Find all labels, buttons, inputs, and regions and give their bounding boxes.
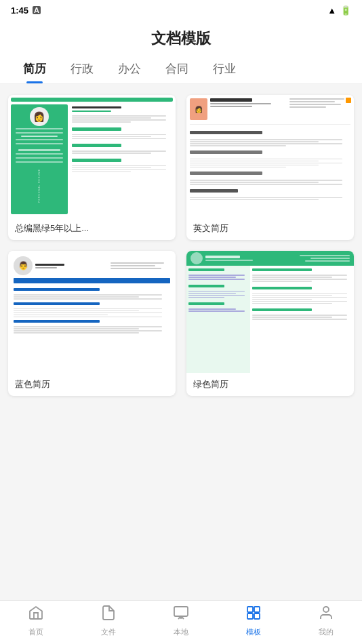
tab-contract[interactable]: 合同 — [153, 54, 201, 83]
nav-home[interactable]: 首页 — [0, 605, 73, 640]
nav-local-label: 本地 — [174, 627, 188, 637]
nav-files-label: 文件 — [101, 627, 116, 637]
template-card-4[interactable]: 绿色简历 — [186, 251, 354, 396]
nav-mine-label: 我的 — [319, 627, 334, 637]
nav-home-label: 首页 — [28, 627, 43, 637]
svg-rect-2 — [247, 607, 253, 612]
nav-template-label: 模板 — [246, 627, 261, 637]
tab-industry[interactable]: 行业 — [201, 54, 248, 83]
nav-files[interactable]: 文件 — [73, 605, 145, 640]
template-preview-3: 👨 — [8, 251, 176, 373]
android-icon: A — [33, 6, 41, 14]
template-grid: 👩 PERSONAL RESUME — [8, 95, 354, 396]
mine-icon — [318, 605, 334, 625]
template-card-1[interactable]: 👩 PERSONAL RESUME — [8, 95, 176, 240]
battery-icon: 🔋 — [340, 5, 351, 16]
files-icon — [100, 605, 117, 625]
template-icon — [245, 605, 262, 625]
svg-rect-4 — [247, 613, 253, 619]
template-label-4: 绿色简历 — [186, 373, 354, 396]
svg-rect-5 — [254, 613, 260, 619]
tab-admin[interactable]: 行政 — [58, 54, 106, 83]
wifi-icon: ▲ — [327, 5, 336, 16]
template-card-2[interactable]: 👩 — [186, 95, 354, 240]
template-preview-4 — [186, 251, 354, 373]
template-preview-2: 👩 — [186, 95, 354, 217]
category-tabs: 简历 行政 办公 合同 行业 — [0, 54, 362, 84]
status-bar: 1:45 A ▲ 🔋 — [0, 0, 362, 20]
page-header: 文档模版 — [0, 20, 362, 54]
page-title: 文档模版 — [0, 28, 362, 49]
nav-local[interactable]: 本地 — [145, 605, 218, 640]
tab-office[interactable]: 办公 — [106, 54, 153, 83]
template-label-1: 总编黑绿5年以上... — [8, 217, 176, 240]
svg-rect-0 — [174, 607, 188, 616]
status-time: 1:45 A — [11, 5, 41, 16]
nav-template[interactable]: 模板 — [217, 605, 289, 640]
template-content: 👩 PERSONAL RESUME — [0, 84, 362, 593]
svg-point-6 — [323, 607, 329, 612]
template-label-2: 英文简历 — [186, 217, 354, 240]
svg-rect-3 — [254, 607, 260, 612]
tab-resume[interactable]: 简历 — [11, 54, 58, 83]
status-icons: ▲ 🔋 — [327, 5, 351, 16]
template-preview-1: 👩 PERSONAL RESUME — [8, 95, 176, 217]
bottom-navigation: 首页 文件 本地 模板 — [0, 600, 362, 644]
home-icon — [28, 605, 44, 625]
template-label-3: 蓝色简历 — [8, 373, 176, 396]
template-card-3[interactable]: 👨 — [8, 251, 176, 396]
local-icon — [173, 605, 189, 625]
nav-mine[interactable]: 我的 — [289, 605, 362, 640]
